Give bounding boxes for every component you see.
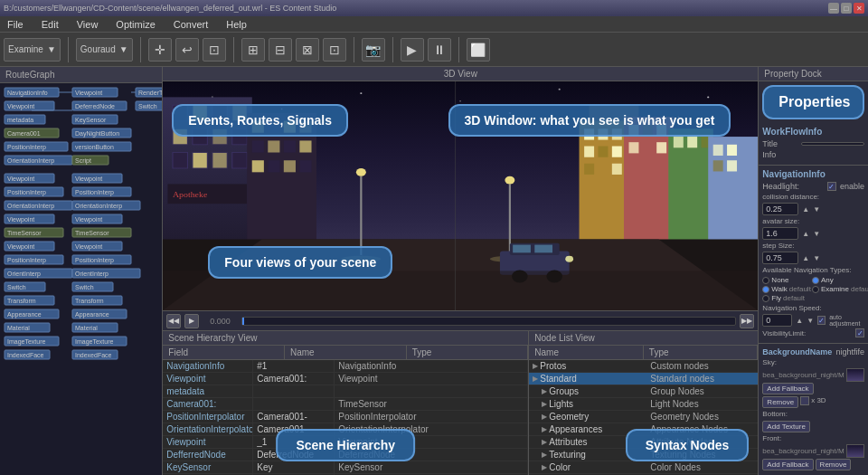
avatar-input[interactable]: 1.6 (762, 227, 798, 240)
properties-button[interactable]: Properties (762, 85, 864, 119)
bg-front-add[interactable]: Add Fallback (762, 459, 813, 470)
timeline-track[interactable] (241, 317, 737, 326)
node-name-cell: ▶ Lights (529, 399, 646, 409)
workflowinfo-title-row: Title (762, 139, 864, 148)
nav-any-radio[interactable] (812, 277, 819, 284)
view-perspective-icon[interactable]: ⊞ (241, 38, 265, 62)
step-spin-down[interactable]: ▼ (813, 254, 820, 262)
table-row[interactable]: KeySensor Key KeySensor (163, 461, 528, 474)
table-row[interactable]: PositionInterpolator Camera001- Position… (163, 411, 528, 423)
node-list-item[interactable]: ▶ Attributes Attribute Nodes (529, 436, 758, 449)
table-row[interactable]: Viewpoint _1 Viewpoint (163, 436, 528, 449)
menu-edit[interactable]: Edit (38, 19, 62, 30)
expand-icon: ▶ (542, 400, 547, 408)
cell-name (253, 385, 335, 397)
svg-rect-183 (513, 245, 531, 253)
redo-icon[interactable]: ⊡ (203, 38, 226, 62)
view-top-icon[interactable]: ⊡ (323, 38, 346, 62)
collision-spin-down[interactable]: ▼ (813, 205, 820, 214)
timeline-next[interactable]: ▶▶ (740, 314, 754, 328)
nav-speed-spin-down[interactable]: ▼ (807, 317, 814, 325)
node-list-item[interactable]: ▶ Standard Standard nodes (529, 373, 758, 385)
maximize-button[interactable]: □ (841, 3, 852, 14)
svg-text:DayNightButton: DayNightButton (75, 130, 119, 138)
undo-icon[interactable]: ↩ (175, 38, 199, 62)
menu-optimize[interactable]: Optimize (112, 19, 158, 30)
table-row[interactable]: OrientationInterpolator Camera001- Orien… (163, 423, 528, 436)
nav-fly-radio[interactable] (762, 295, 769, 302)
node-list-header: Name Type (529, 346, 758, 360)
bg-sky-row: bea_background_night/Mxdbe... (762, 368, 864, 382)
timeline-play[interactable]: ▶ (184, 314, 199, 328)
table-row[interactable]: NavigationInfo #1 NavigationInfo (163, 360, 528, 373)
nav-any: Any (812, 276, 868, 284)
timeline-prev[interactable]: ◀◀ (166, 314, 181, 328)
play-icon[interactable]: ▶ (401, 38, 424, 62)
cell-field: Camera001: (163, 398, 253, 410)
auto-adjustment-checkbox[interactable] (817, 316, 826, 325)
table-row[interactable]: metadata (163, 385, 528, 398)
bg-front-remove[interactable]: Remove (816, 459, 852, 470)
minimize-button[interactable]: — (828, 3, 839, 14)
svg-rect-133 (252, 121, 264, 133)
headlight-checkbox[interactable] (827, 182, 836, 191)
node-list-item[interactable]: ▶ Color Color Nodes (529, 461, 758, 474)
menu-view[interactable]: View (73, 19, 102, 30)
svg-rect-171 (713, 160, 723, 171)
table-row[interactable]: Viewpoint Camera001: Viewpoint (163, 373, 528, 385)
nav-speed-input[interactable]: 0 (762, 314, 792, 327)
node-name-cell: ▶ Protos (529, 361, 646, 371)
close-button[interactable]: ✕ (854, 3, 864, 14)
collision-input[interactable]: 0.25 (762, 203, 798, 215)
camera-icon[interactable]: 📷 (362, 38, 385, 62)
bg-bottom-add-btn[interactable]: Add Texture (762, 421, 810, 432)
svg-rect-149 (599, 128, 609, 139)
step-input[interactable]: 0.75 (762, 252, 798, 264)
viewport-3d[interactable]: Apotheke (163, 81, 758, 310)
node-list-item[interactable]: ▶ Lights Light Nodes (529, 398, 758, 411)
render-icon[interactable]: ⬜ (467, 38, 490, 62)
bg-sky-add-fallback[interactable]: Add Fallback (762, 383, 813, 394)
nav-plus-icon[interactable]: ✛ (148, 38, 172, 62)
node-list-item[interactable]: ▶ Appearances Appearance Nodes (529, 423, 758, 436)
svg-rect-158 (629, 125, 639, 136)
svg-rect-143 (284, 160, 296, 172)
svg-rect-136 (300, 121, 312, 133)
menu-help[interactable]: Help (222, 19, 250, 30)
view-front-icon[interactable]: ⊟ (269, 38, 292, 62)
nav-walk-radio[interactable] (762, 286, 769, 293)
table-row[interactable]: DefferredNode DeferredNode DeferredNode (163, 449, 528, 461)
node-type-cell: Appearance Nodes (646, 424, 758, 434)
shading-dropdown[interactable]: Gouraud ▼ (76, 38, 133, 62)
scene-hierarchy-header: Field Name Type (163, 346, 528, 360)
svg-text:Appearance: Appearance (7, 311, 42, 318)
nav-speed-spin-up[interactable]: ▲ (796, 317, 803, 325)
visibility-checkbox[interactable] (855, 328, 864, 337)
bg-sky-remove[interactable]: Remove (762, 396, 798, 408)
examine-dropdown[interactable]: Examine ▼ (4, 38, 61, 62)
svg-rect-139 (284, 140, 296, 152)
svg-text:Switch: Switch (138, 103, 157, 109)
table-row[interactable]: Camera001: TimeSensor (163, 398, 528, 411)
node-list-item[interactable]: ▶ Protos Custom nodes (529, 360, 758, 373)
node-list-item[interactable]: ▶ Geometry Geometry Nodes (529, 411, 758, 423)
title-input[interactable] (801, 142, 864, 146)
bg-3d-checkbox[interactable] (800, 396, 809, 405)
nav-examine-radio[interactable] (812, 286, 819, 293)
collision-spin-up[interactable]: ▲ (802, 205, 809, 214)
pause-icon[interactable]: ⏸ (428, 38, 451, 62)
node-list-item[interactable]: ▶ Groups Group Nodes (529, 385, 758, 398)
nav-none-radio[interactable] (762, 277, 769, 284)
nav-types-grid: None Any Walk default Examine default (762, 276, 864, 302)
route-graph[interactable]: NavigationInfo Viewpoint metadata Camera… (0, 83, 162, 475)
menu-file[interactable]: File (4, 19, 27, 30)
step-spin-up[interactable]: ▲ (802, 254, 809, 262)
avatar-spin-up[interactable]: ▲ (802, 230, 809, 238)
view-side-icon[interactable]: ⊠ (296, 38, 319, 62)
avatar-spin-down[interactable]: ▼ (813, 230, 820, 238)
cell-type: PositionInterpolator (335, 411, 528, 423)
svg-text:TimeSensor: TimeSensor (7, 230, 42, 236)
headlight-row: Headlight: enable (762, 182, 864, 191)
menu-convert[interactable]: Convert (170, 19, 212, 30)
node-list-item[interactable]: ▶ Texturing Texturing Nodes (529, 449, 758, 461)
